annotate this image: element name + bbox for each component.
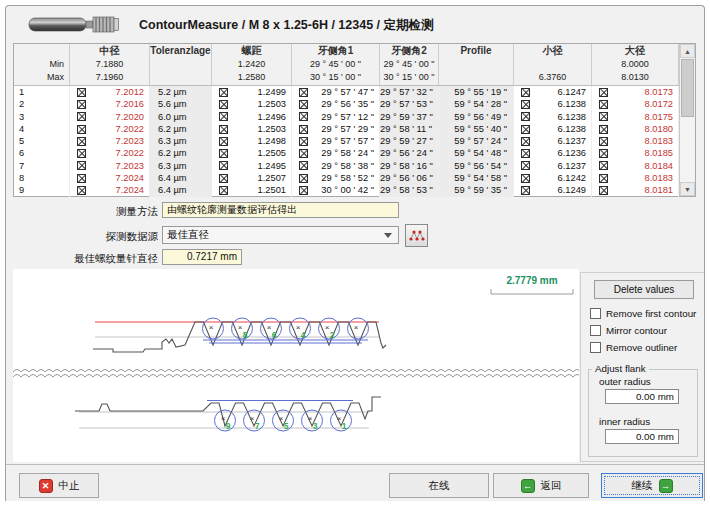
checkbox-label: Remove first contour <box>606 308 696 319</box>
checked-checkbox-icon[interactable] <box>599 161 608 170</box>
data-source-label: 探测数据源 <box>6 230 158 244</box>
back-label: 返回 <box>541 479 562 493</box>
pitch-value: 1.2507 <box>228 172 291 184</box>
checked-checkbox-icon[interactable] <box>219 125 228 134</box>
wire-diameter-field[interactable]: 0.7217 mm <box>162 249 242 265</box>
checked-checkbox-icon[interactable] <box>299 137 308 146</box>
checked-checkbox-icon[interactable] <box>77 149 86 158</box>
tolerance-value: 5.2 µm <box>150 86 212 98</box>
wire-diameter-label: 最佳螺纹量针直径 <box>6 252 158 266</box>
checked-checkbox-icon[interactable] <box>219 137 228 146</box>
svg-text:6: 6 <box>272 330 277 340</box>
checked-checkbox-icon[interactable] <box>77 137 86 146</box>
checked-checkbox-icon[interactable] <box>77 100 86 109</box>
panel-checkbox-mirror-contour[interactable]: Mirror contour <box>590 323 667 337</box>
major-diameter-value: 8.0183 <box>608 172 678 184</box>
checked-checkbox-icon[interactable] <box>599 174 608 183</box>
column-header: MinMax <box>14 44 70 85</box>
checked-checkbox-icon[interactable] <box>599 149 608 158</box>
online-button[interactable]: 在线 <box>389 473 489 498</box>
flank-angle1-value: 29 ° 57 ' 12 " <box>308 111 379 123</box>
table-row[interactable]: 77.20236.3 µm1.249529 ° 58 ' 38 "29 ° 58… <box>14 160 679 172</box>
pitch-value: 1.2503 <box>228 123 291 135</box>
checkbox-label: Remove outliner <box>606 342 677 353</box>
column-header: 牙侧角129 ° 45 ' 00 "30 ° 15 ' 00 " <box>292 44 380 85</box>
checked-checkbox-icon[interactable] <box>77 112 86 121</box>
data-source-select[interactable]: 最佳直径 <box>162 226 399 244</box>
scroll-down-icon[interactable]: ▼ <box>680 182 695 196</box>
pitch-diameter-value: 7.2020 <box>86 111 149 123</box>
table-body: 17.20125.2 µm1.249929 ° 57 ' 47 "29 ° 57… <box>14 86 679 196</box>
checked-checkbox-icon[interactable] <box>299 125 308 134</box>
measurement-method-field[interactable]: 由螺纹轮廓测量数据评估得出 <box>162 202 399 218</box>
panel-checkbox-remove-first-contour[interactable]: Remove first contour <box>590 306 696 320</box>
table-row[interactable]: 17.20125.2 µm1.249929 ° 57 ' 47 "29 ° 57… <box>14 86 679 98</box>
checked-checkbox-icon[interactable] <box>77 186 86 195</box>
back-button[interactable]: ← 返回 <box>493 473 589 498</box>
checked-checkbox-icon[interactable] <box>599 112 608 121</box>
checked-checkbox-icon[interactable] <box>219 112 228 121</box>
checked-checkbox-icon[interactable] <box>219 186 228 195</box>
checked-checkbox-icon[interactable] <box>521 88 530 97</box>
checked-checkbox-icon[interactable] <box>77 161 86 170</box>
checked-checkbox-icon[interactable] <box>599 88 608 97</box>
table-row[interactable]: 97.20246.4 µm1.250130 ° 00 ' 42 "29 ° 58… <box>14 184 679 196</box>
svg-text:1: 1 <box>342 421 347 431</box>
tolerance-value: 6.3 µm <box>150 160 212 172</box>
checked-checkbox-icon[interactable] <box>219 161 228 170</box>
tolerance-value: 6.3 µm <box>150 135 212 147</box>
checked-checkbox-icon[interactable] <box>299 112 308 121</box>
checked-checkbox-icon[interactable] <box>219 174 228 183</box>
table-row[interactable]: 67.20226.2 µm1.250529 ° 58 ' 24 "29 ° 56… <box>14 147 679 159</box>
scroll-up-icon[interactable]: ▲ <box>680 44 695 58</box>
checked-checkbox-icon[interactable] <box>599 125 608 134</box>
contour-plot[interactable]: 2.7779 mm ××8×6×4×2××9×7×5×3×1 <box>13 269 579 462</box>
profile-points-button[interactable] <box>405 224 428 247</box>
checked-checkbox-icon[interactable] <box>599 100 608 109</box>
pitch-diameter-value: 7.2012 <box>86 86 149 98</box>
table-row[interactable]: 47.20226.2 µm1.250329 ° 57 ' 29 "29 ° 58… <box>14 123 679 135</box>
checked-checkbox-icon[interactable] <box>521 100 530 109</box>
table-scrollbar[interactable]: ▲ ▼ <box>679 44 695 196</box>
checked-checkbox-icon[interactable] <box>77 125 86 134</box>
checked-checkbox-icon[interactable] <box>219 100 228 109</box>
tolerance-value: 6.4 µm <box>150 172 212 184</box>
window-title: ContourMeasure / M 8 x 1.25-6H / 12345 /… <box>139 17 434 34</box>
checked-checkbox-icon[interactable] <box>299 161 308 170</box>
minor-diameter-value: 6.1238 <box>530 123 591 135</box>
unchecked-checkbox-icon[interactable] <box>590 325 601 336</box>
unchecked-checkbox-icon[interactable] <box>590 308 601 319</box>
delete-values-button[interactable]: Delete values <box>594 280 694 299</box>
checked-checkbox-icon[interactable] <box>521 149 530 158</box>
checked-checkbox-icon[interactable] <box>521 174 530 183</box>
checked-checkbox-icon[interactable] <box>77 174 86 183</box>
pitch-value: 1.2495 <box>228 160 291 172</box>
checked-checkbox-icon[interactable] <box>521 161 530 170</box>
svg-text:3: 3 <box>313 421 318 431</box>
checked-checkbox-icon[interactable] <box>299 100 308 109</box>
checked-checkbox-icon[interactable] <box>219 149 228 158</box>
checked-checkbox-icon[interactable] <box>299 186 308 195</box>
checked-checkbox-icon[interactable] <box>521 186 530 195</box>
unchecked-checkbox-icon[interactable] <box>590 342 601 353</box>
checked-checkbox-icon[interactable] <box>521 125 530 134</box>
outer-radius-field[interactable]: 0.00 mm <box>605 389 679 404</box>
inner-radius-field[interactable]: 0.00 mm <box>605 429 679 444</box>
checked-checkbox-icon[interactable] <box>599 137 608 146</box>
checked-checkbox-icon[interactable] <box>521 137 530 146</box>
abort-button[interactable]: ✕ 中止 <box>19 473 99 498</box>
checked-checkbox-icon[interactable] <box>299 149 308 158</box>
checked-checkbox-icon[interactable] <box>599 186 608 195</box>
table-row[interactable]: 37.20206.0 µm1.249629 ° 57 ' 12 "29 ° 59… <box>14 111 679 123</box>
checked-checkbox-icon[interactable] <box>521 112 530 121</box>
next-button[interactable]: 继续 → <box>601 473 703 498</box>
checked-checkbox-icon[interactable] <box>219 88 228 97</box>
table-row[interactable]: 87.20246.4 µm1.250729 ° 58 ' 52 "29 ° 56… <box>14 172 679 184</box>
checked-checkbox-icon[interactable] <box>299 88 308 97</box>
panel-checkbox-remove-outliner[interactable]: Remove outliner <box>590 340 677 354</box>
checked-checkbox-icon[interactable] <box>299 174 308 183</box>
table-row[interactable]: 57.20236.3 µm1.249829 ° 57 ' 57 "29 ° 59… <box>14 135 679 147</box>
scrollbar-thumb[interactable] <box>681 59 694 117</box>
table-row[interactable]: 27.20165.6 µm1.250329 ° 56 ' 35 "29 ° 57… <box>14 98 679 110</box>
checked-checkbox-icon[interactable] <box>77 88 86 97</box>
